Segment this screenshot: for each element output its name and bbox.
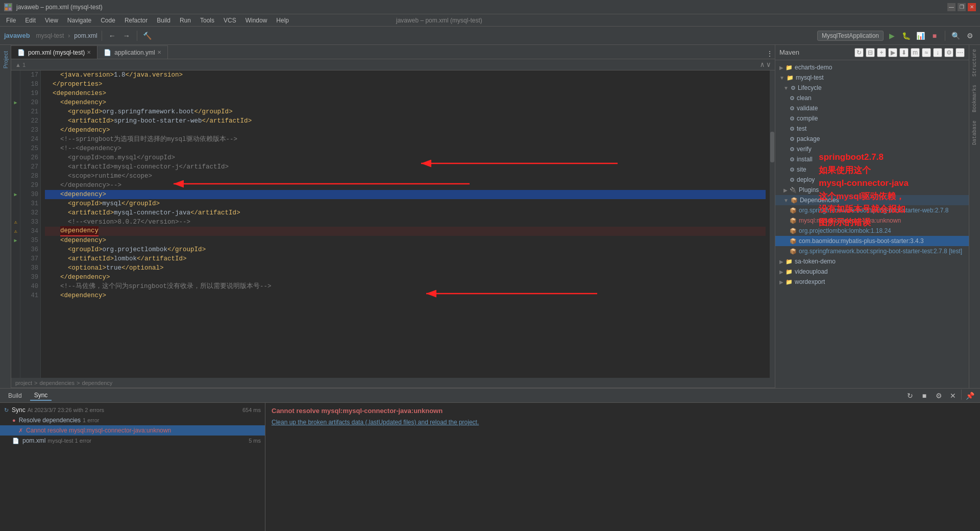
- menu-run[interactable]: Run: [176, 16, 195, 25]
- menu-vcs[interactable]: VCS: [219, 16, 240, 25]
- maven-lifecycle-verify[interactable]: ⚙ verify: [775, 144, 969, 154]
- maven-lifecycle-compile[interactable]: ⚙ compile: [775, 113, 969, 124]
- maven-label-wordexport: wordexport: [795, 278, 825, 285]
- menu-navigate[interactable]: Navigate: [63, 16, 95, 25]
- gutter-35[interactable]: ▶: [11, 236, 20, 245]
- close-button[interactable]: ✕: [968, 3, 976, 11]
- find-up-button[interactable]: ∧: [760, 60, 764, 69]
- folder-icon-sa: 📁: [786, 258, 793, 265]
- maven-filter[interactable]: m: [911, 48, 920, 57]
- build-tab-sync[interactable]: Sync: [30, 391, 52, 401]
- svg-rect-3: [9, 8, 11, 10]
- maven-lifecycle-site[interactable]: ⚙ site: [775, 164, 969, 175]
- maven-dep-mybatis-plus[interactable]: 📦 com.baomidou:mybatis-plus-boot-starter…: [775, 236, 969, 246]
- maven-refresh[interactable]: ↻: [854, 48, 864, 57]
- maven-lifecycle-package[interactable]: ⚙ package: [775, 134, 969, 144]
- build-rerun[interactable]: ↻: [904, 390, 916, 402]
- search-button[interactable]: 🔍: [949, 30, 962, 42]
- maven-item-videoupload[interactable]: ▶ 📁 videoupload: [775, 267, 969, 277]
- build-stop[interactable]: ■: [918, 390, 930, 402]
- maven-lifecycle-test[interactable]: ⚙ test: [775, 124, 969, 134]
- build-row-error-item[interactable]: ✗ Cannot resolve mysql:mysql-connector-j…: [0, 425, 265, 436]
- forward-button[interactable]: →: [120, 30, 133, 42]
- build-close[interactable]: ✕: [947, 390, 959, 402]
- maven-download[interactable]: ↓: [933, 48, 942, 57]
- build-sync-label: Sync: [12, 406, 26, 414]
- maven-more[interactable]: ⋯: [955, 48, 965, 57]
- title-text: javaweb – pom.xml (mysql-test): [16, 4, 103, 11]
- maven-item-sa-token[interactable]: ▶ 📁 sa-token-demo: [775, 256, 969, 267]
- minimize-button[interactable]: —: [947, 3, 955, 11]
- settings-button[interactable]: ⚙: [964, 30, 976, 42]
- maven-item-dependencies[interactable]: ▼ 📦 Dependencies: [775, 195, 969, 205]
- build-button[interactable]: 🔨: [141, 30, 154, 42]
- install-icon: ⚙: [790, 156, 795, 163]
- gutter-20[interactable]: ▶: [11, 98, 20, 107]
- debug-button[interactable]: 🐛: [900, 30, 912, 42]
- menu-code[interactable]: Code: [96, 16, 119, 25]
- menu-edit[interactable]: Edit: [21, 16, 40, 25]
- editor-options-button[interactable]: ⋮: [765, 49, 775, 59]
- tree-arrow-sa: ▶: [779, 259, 783, 264]
- build-tab-build[interactable]: Build: [4, 391, 26, 400]
- run-button[interactable]: ▶: [886, 30, 898, 42]
- find-down-button[interactable]: ∨: [767, 60, 771, 69]
- maven-collapse[interactable]: ⊟: [866, 48, 875, 57]
- maven-lifecycle-clean[interactable]: ⚙ clean: [775, 93, 969, 103]
- sidebar-project-tab[interactable]: Project: [2, 49, 10, 70]
- maven-settings[interactable]: ⚙: [944, 48, 953, 57]
- menu-window[interactable]: Window: [241, 16, 272, 25]
- menu-help[interactable]: Help: [272, 16, 293, 25]
- sep-3: [945, 31, 945, 41]
- tab-pom-xml[interactable]: 📄 pom.xml (mysql-test) ✕: [11, 45, 97, 59]
- maven-run[interactable]: ▶: [888, 48, 897, 57]
- build-pin[interactable]: 📌: [964, 390, 976, 402]
- maven-stop[interactable]: ⬇: [899, 48, 909, 57]
- bookmarks-tab[interactable]: Bookmarks: [972, 85, 977, 112]
- tab-close-yml[interactable]: ✕: [157, 50, 161, 55]
- maven-lifecycle-validate[interactable]: ⚙ validate: [775, 103, 969, 113]
- back-button[interactable]: ←: [106, 30, 118, 42]
- editor-panel: 📄 pom.xml (mysql-test) ✕ 📄 application.y…: [11, 45, 775, 388]
- window-controls[interactable]: — ❐ ✕: [947, 3, 976, 11]
- menu-file[interactable]: File: [2, 16, 20, 25]
- menu-view[interactable]: View: [41, 16, 62, 25]
- build-fix-message[interactable]: Clean up the broken artifacts data (.las…: [272, 419, 974, 426]
- build-row-resolve[interactable]: ● Resolve dependencies 1 error: [0, 415, 265, 425]
- svg-rect-0: [5, 4, 8, 7]
- menu-tools[interactable]: Tools: [196, 16, 218, 25]
- structure-tab[interactable]: Structure: [972, 49, 977, 77]
- stop-button[interactable]: ■: [928, 30, 941, 42]
- menu-refactor[interactable]: Refactor: [120, 16, 152, 25]
- maven-lifecycle-deploy[interactable]: ⚙ deploy: [775, 175, 969, 185]
- menu-build[interactable]: Build: [153, 16, 175, 25]
- tree-arrow-lifecycle: ▼: [783, 85, 789, 91]
- tab-close-pom[interactable]: ✕: [87, 50, 91, 55]
- maven-item-echarts-demo[interactable]: ▶ 📁 echarts-demo: [775, 62, 969, 73]
- maven-lifecycle[interactable]: ≈: [922, 48, 931, 57]
- maven-lifecycle-install[interactable]: ⚙ install: [775, 154, 969, 164]
- maximize-button[interactable]: ❐: [958, 3, 966, 11]
- maven-dep-lombok[interactable]: 📦 org.projectlombok:lombok:1.18.24: [775, 226, 969, 236]
- scroll-thumb[interactable]: [770, 132, 774, 162]
- database-tab[interactable]: Database: [972, 120, 977, 145]
- maven-toolbar-icons[interactable]: ↻ ⊟ + ▶ ⬇ m ≈ ↓ ⚙ ⋯: [854, 48, 965, 57]
- build-row-sync[interactable]: ↻ Sync At 2023/3/7 23:26 with 2 errors 6…: [0, 405, 265, 415]
- maven-item-mysql-test[interactable]: ▼ 📁 mysql-test: [775, 73, 969, 83]
- maven-add[interactable]: +: [877, 48, 886, 57]
- gutter-30[interactable]: ▶: [11, 190, 20, 199]
- breadcrumb-dependencies: dependencies: [39, 380, 75, 386]
- run-with-coverage[interactable]: 📊: [914, 30, 926, 42]
- build-row-pom[interactable]: 📄 pom.xml mysql-test 1 error 5 ms: [0, 436, 265, 446]
- maven-item-wordexport[interactable]: ▶ 📁 wordexport: [775, 277, 969, 287]
- editor-scrollbar[interactable]: [770, 70, 775, 378]
- maven-item-plugins[interactable]: ▶ 🔌 Plugins: [775, 185, 969, 195]
- tab-application-yml[interactable]: 📄 application.yml ✕: [97, 45, 167, 59]
- maven-dep-starter-test[interactable]: 📦 org.springframework.boot:spring-boot-s…: [775, 246, 969, 256]
- dep-label-5: org.springframework.boot:spring-boot-sta…: [799, 248, 962, 255]
- maven-dep-mysql-connector[interactable]: 📦 mysql:mysql-connector-java:unknown: [775, 215, 969, 226]
- build-filter[interactable]: ⚙: [933, 390, 945, 402]
- maven-dep-starter-web[interactable]: 📦 org.springframework.boot:spring-boot-s…: [775, 205, 969, 215]
- maven-item-lifecycle[interactable]: ▼ ⚙ Lifecycle: [775, 83, 969, 93]
- find-controls[interactable]: ∧ ∨: [760, 60, 771, 69]
